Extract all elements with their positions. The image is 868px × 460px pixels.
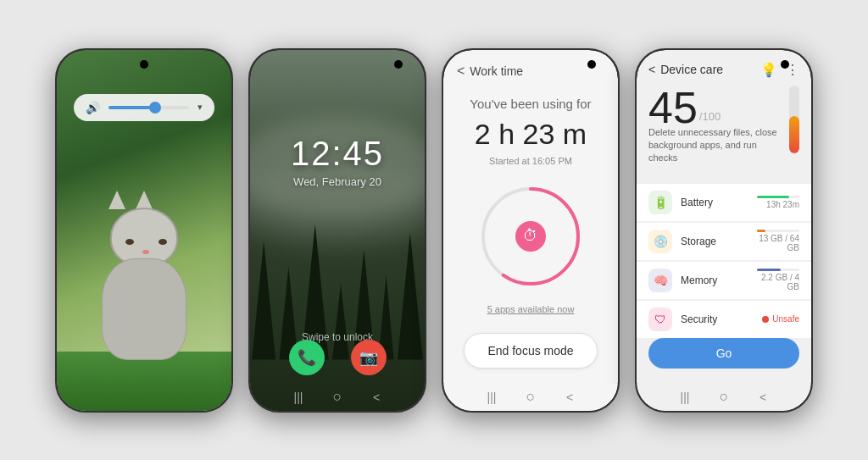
focus-mode-title: Work time (470, 64, 523, 78)
cat-ear-right (136, 191, 153, 209)
focus-started-text: Started at 16:05 PM (443, 156, 618, 166)
volume-bar[interactable]: 🔊 ▾ (74, 94, 214, 121)
security-icon: 🛡 (648, 308, 672, 331)
bulb-icon[interactable]: 💡 (760, 62, 777, 78)
focus-circle-container: ⏱ (476, 181, 586, 291)
go-button[interactable]: Go (648, 338, 799, 369)
focus-mode-icon: ⏱ (515, 221, 546, 252)
storage-label: Storage (681, 236, 748, 247)
device-description: Delete unnecessary files, close backgrou… (648, 126, 777, 165)
device-care-title-row: < Device care (648, 63, 723, 76)
cat-nose (142, 250, 149, 254)
memory-bar-track (757, 269, 799, 271)
memory-icon: 🧠 (648, 269, 672, 292)
phone-4: < Device care 💡 ⋮ 45 /100 Delete unneces… (635, 48, 813, 413)
home-icon[interactable]: ○ (523, 390, 538, 405)
focus-time-display: 2 h 23 m (443, 118, 618, 151)
device-care-header: < Device care 💡 ⋮ (648, 62, 799, 78)
focus-header: < Work time (457, 64, 523, 79)
score-section: 45 /100 (648, 86, 721, 130)
device-header-actions: 💡 ⋮ (760, 62, 799, 78)
cat-ear-left (108, 191, 125, 209)
cat-torso (102, 258, 186, 360)
score-bar-fill (789, 116, 799, 153)
storage-bar-track (757, 230, 799, 232)
storage-bar-container: 13 GB / 64 GB (757, 230, 799, 252)
memory-bar-fill (757, 269, 781, 271)
cat-illustration (57, 123, 231, 360)
battery-bar-container: 13h 23m (757, 196, 799, 209)
battery-icon: 🔋 (648, 191, 672, 214)
bottom-actions: 📞 📷 (250, 340, 425, 375)
security-label: Security (681, 313, 754, 325)
storage-bar-fill (757, 230, 765, 232)
phone-call-button[interactable]: 📞 (289, 340, 325, 375)
device-metrics-list: 🔋 Battery 13h 23m 💿 Storage 13 GB / (637, 184, 811, 340)
lock-time: 12:45 (250, 135, 425, 173)
battery-value: 13h 23m (757, 200, 799, 209)
back-icon[interactable]: < (369, 390, 384, 405)
back-icon[interactable]: < (562, 390, 577, 405)
phone-4-screen: < Device care 💡 ⋮ 45 /100 Delete unneces… (637, 50, 811, 411)
storage-value: 13 GB / 64 GB (757, 234, 799, 252)
score-max: /100 (699, 110, 721, 123)
volume-dropdown[interactable]: ▾ (198, 102, 203, 113)
back-arrow-icon[interactable]: < (457, 64, 465, 79)
metric-battery-row[interactable]: 🔋 Battery 13h 23m (637, 184, 811, 221)
metric-storage-row[interactable]: 💿 Storage 13 GB / 64 GB (637, 223, 811, 260)
metric-security-row[interactable]: 🛡 Security Unsafe (637, 301, 811, 338)
volume-track[interactable] (108, 106, 189, 109)
security-status: Unsafe (762, 314, 799, 324)
phone-3: < Work time You've been using for 2 h 23… (442, 48, 620, 413)
phone-1: 🔊 ▾ (55, 48, 233, 413)
nav-bar: ||| ○ < (443, 384, 618, 411)
cat-eye-left (125, 239, 134, 245)
battery-label: Battery (681, 197, 748, 208)
metric-memory-row[interactable]: 🧠 Memory 2.2 GB / 4 GB (637, 262, 811, 299)
cat-body (85, 191, 203, 360)
phone-1-screen: 🔊 ▾ (57, 50, 231, 411)
cat-eye-right (159, 239, 167, 245)
home-icon[interactable]: ○ (330, 390, 345, 405)
security-dot (762, 316, 769, 323)
storage-icon: 💿 (648, 230, 672, 253)
punch-hole-camera (394, 60, 403, 69)
recent-apps-icon[interactable]: ||| (677, 390, 693, 405)
recent-apps-icon[interactable]: ||| (484, 390, 499, 405)
battery-bar-fill (757, 196, 789, 198)
punch-hole-camera (587, 60, 596, 69)
memory-value: 2.2 GB / 4 GB (757, 273, 799, 291)
phone-3-screen: < Work time You've been using for 2 h 23… (443, 50, 618, 411)
focus-apps-available[interactable]: 5 apps available now (443, 304, 618, 314)
end-focus-button[interactable]: End focus mode (464, 333, 598, 369)
phone-2-screen: 12:45 Wed, February 20 Swipe to unlock 📞… (250, 50, 425, 411)
punch-hole-camera (140, 60, 148, 69)
lock-date: Wed, February 20 (250, 175, 425, 188)
device-care-title: Device care (660, 63, 723, 76)
memory-label: Memory (681, 274, 748, 286)
back-icon[interactable]: < (755, 390, 771, 405)
volume-thumb[interactable] (149, 102, 161, 114)
memory-bar-container: 2.2 GB / 4 GB (757, 269, 799, 291)
score-bar (789, 86, 799, 153)
home-icon[interactable]: ○ (716, 390, 732, 405)
recent-apps-icon[interactable]: ||| (291, 390, 306, 405)
punch-hole-camera (781, 60, 789, 69)
volume-icon: 🔊 (86, 101, 100, 114)
camera-button[interactable]: 📷 (351, 340, 387, 375)
battery-bar-track (757, 196, 799, 198)
phone-2: 12:45 Wed, February 20 Swipe to unlock 📞… (248, 48, 426, 413)
nav-bar: ||| ○ < (637, 384, 811, 411)
security-status-text: Unsafe (772, 314, 799, 324)
device-score: 45 (648, 86, 698, 130)
nav-bar: ||| ○ < (250, 384, 425, 411)
back-arrow-icon[interactable]: < (648, 63, 655, 76)
grass (57, 352, 231, 411)
focus-using-text: You've been using for (443, 97, 618, 111)
